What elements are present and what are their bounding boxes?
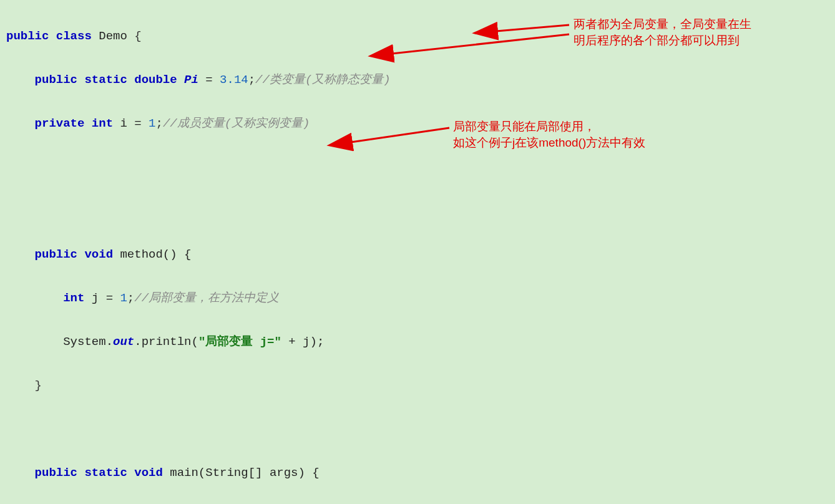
svg-line-0	[496, 25, 569, 31]
annotation-global-vars: 两者都为全局变量，全局变量在生 明后程序的各个部分都可以用到	[574, 16, 751, 49]
annotation-line: 如这个例子j在该method()方法中有效	[453, 136, 645, 149]
code-block: public class Demo { public static double…	[6, 4, 459, 504]
annotation-line: 明后程序的各个部分都可以用到	[574, 34, 740, 47]
annotation-line: 局部变量只能在局部使用，	[453, 120, 595, 133]
annotation-line: 两者都为全局变量，全局变量在生	[574, 17, 751, 31]
annotation-local-vars: 局部变量只能在局部使用， 如这个例子j在该method()方法中有效	[453, 119, 645, 151]
